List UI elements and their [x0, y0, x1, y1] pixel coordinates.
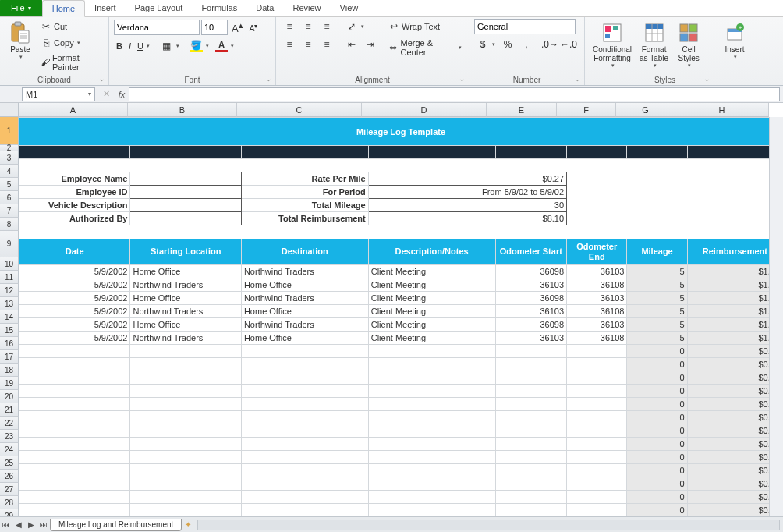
percent-button[interactable]: % — [499, 37, 516, 52]
cell[interactable] — [567, 411, 627, 424]
table-header[interactable]: Destination — [241, 239, 368, 265]
input-emp_name[interactable] — [130, 172, 241, 186]
row-header-21[interactable]: 21 — [0, 403, 19, 417]
col-header-B[interactable]: B — [128, 103, 237, 117]
cell[interactable] — [627, 212, 687, 225]
table-header[interactable]: Starting Location — [130, 239, 241, 265]
cell[interactable] — [130, 385, 241, 398]
cell[interactable] — [567, 345, 627, 358]
cell[interactable] — [368, 371, 495, 385]
tab-home[interactable]: Home — [42, 0, 85, 17]
cell[interactable] — [567, 464, 627, 477]
cell[interactable] — [241, 438, 368, 451]
cell[interactable] — [241, 371, 368, 385]
cell[interactable]: 36108 — [567, 332, 627, 345]
cell[interactable]: Client Meeting — [368, 305, 495, 318]
row-header-9[interactable]: 9 — [0, 231, 19, 257]
cell[interactable]: 5/9/2002 — [19, 292, 130, 305]
cell[interactable]: Northwind Traders — [241, 318, 368, 332]
cell[interactable] — [495, 385, 567, 398]
bold-button[interactable]: B — [114, 40, 125, 52]
cell[interactable]: 0 — [627, 371, 687, 385]
cell[interactable] — [368, 438, 495, 451]
cell[interactable] — [130, 491, 241, 504]
tab-nav-prev[interactable]: ◀ — [12, 520, 25, 529]
cell[interactable]: 36103 — [495, 278, 567, 292]
cell[interactable] — [368, 146, 495, 159]
fx-icon[interactable]: fx — [114, 90, 129, 99]
col-header-G[interactable]: G — [616, 103, 675, 117]
row-header-18[interactable]: 18 — [0, 364, 19, 377]
cell[interactable] — [567, 146, 627, 159]
tab-page-layout[interactable]: Page Layout — [126, 0, 193, 16]
cell[interactable] — [130, 146, 241, 159]
cell[interactable] — [627, 159, 687, 172]
cell[interactable] — [495, 358, 567, 371]
row-header-11[interactable]: 11 — [0, 271, 19, 284]
cell[interactable] — [368, 491, 495, 504]
cell[interactable] — [130, 464, 241, 477]
cell[interactable] — [19, 504, 130, 517]
cell[interactable] — [495, 504, 567, 517]
value-rate[interactable]: $0.27 — [368, 172, 566, 186]
row-header-23[interactable]: 23 — [0, 430, 19, 443]
cell[interactable] — [19, 464, 130, 477]
cell[interactable]: 0 — [627, 398, 687, 411]
cell[interactable] — [495, 424, 567, 438]
row-header-19[interactable]: 19 — [0, 377, 19, 390]
cell[interactable]: 0 — [627, 345, 687, 358]
cell[interactable] — [130, 411, 241, 424]
cell[interactable] — [19, 438, 130, 451]
cell[interactable]: 36103 — [495, 305, 567, 318]
cell[interactable] — [241, 424, 368, 438]
formula-input[interactable] — [129, 87, 780, 101]
cell[interactable]: 0 — [627, 385, 687, 398]
row-header-4[interactable]: 4 — [0, 165, 19, 178]
cell[interactable] — [495, 159, 567, 172]
cell[interactable] — [19, 477, 130, 491]
currency-button[interactable]: $ — [474, 37, 498, 52]
decrease-decimal-button[interactable]: ←.0 — [560, 37, 577, 52]
cell[interactable]: 5/9/2002 — [19, 305, 130, 318]
cell[interactable] — [368, 477, 495, 491]
input-vehicle[interactable] — [130, 199, 241, 212]
input-emp_id[interactable] — [130, 186, 241, 199]
cell[interactable] — [567, 491, 627, 504]
cell[interactable] — [130, 358, 241, 371]
cell[interactable] — [368, 358, 495, 371]
cell[interactable] — [567, 199, 627, 212]
row-header-25[interactable]: 25 — [0, 456, 19, 470]
cell[interactable]: Client Meeting — [368, 278, 495, 292]
cell[interactable] — [368, 159, 495, 172]
cell[interactable]: 5 — [627, 318, 687, 332]
table-header[interactable]: Odometer End — [567, 239, 627, 265]
select-all-corner[interactable] — [0, 103, 19, 117]
col-header-F[interactable]: F — [557, 103, 616, 117]
tab-review[interactable]: Review — [283, 0, 330, 16]
cell[interactable]: 5 — [627, 292, 687, 305]
cell[interactable]: 5 — [627, 278, 687, 292]
cell[interactable] — [567, 172, 627, 186]
cell[interactable] — [567, 159, 627, 172]
cell[interactable] — [627, 199, 687, 212]
tab-formulas[interactable]: Formulas — [192, 0, 246, 16]
cell[interactable] — [241, 345, 368, 358]
cell[interactable]: Northwind Traders — [130, 305, 241, 318]
cell[interactable]: Client Meeting — [368, 265, 495, 278]
row-header-26[interactable]: 26 — [0, 470, 19, 483]
row-header-7[interactable]: 7 — [0, 204, 19, 218]
number-format-select[interactable] — [474, 19, 576, 34]
cell[interactable] — [495, 491, 567, 504]
cell[interactable] — [130, 438, 241, 451]
cell[interactable] — [567, 424, 627, 438]
cell[interactable]: 36103 — [567, 292, 627, 305]
cell[interactable] — [130, 451, 241, 464]
cell[interactable]: 36108 — [567, 278, 627, 292]
table-header[interactable]: Mileage — [627, 239, 687, 265]
cell[interactable]: Home Office — [130, 292, 241, 305]
row-header-1[interactable]: 1 — [0, 117, 19, 145]
comma-button[interactable]: , — [518, 37, 535, 52]
conditional-formatting-button[interactable]: Conditional Formatting — [590, 19, 635, 70]
cell[interactable] — [368, 225, 495, 239]
table-header[interactable]: Odometer Start — [495, 239, 567, 265]
